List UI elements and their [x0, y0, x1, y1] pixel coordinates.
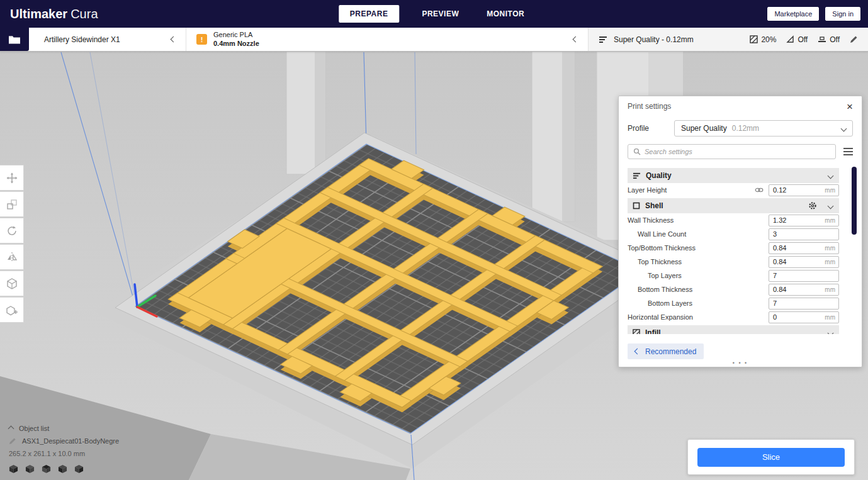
brand-logo: UltimakerCura	[10, 7, 98, 21]
slice-button[interactable]: Slice	[697, 448, 845, 467]
tool-rail	[0, 165, 24, 323]
chevron-down-icon	[828, 330, 834, 334]
setting-row-bottom-layers: Bottom Layers	[628, 296, 839, 310]
signin-button[interactable]: Sign in	[825, 7, 860, 21]
scale-tool-button[interactable]	[0, 191, 24, 217]
printer-selector[interactable]: Artillery Sidewinder X1	[29, 28, 186, 51]
top-layers-input[interactable]	[769, 270, 839, 282]
wall-line-count-input[interactable]	[769, 228, 839, 240]
close-icon[interactable]: ×	[847, 101, 853, 112]
print-settings-panel: Print settings × Profile Super Quality 0…	[618, 96, 862, 367]
search-box	[628, 144, 836, 159]
category-quality[interactable]: Quality	[628, 168, 839, 183]
recommended-mode-button[interactable]: Recommended	[628, 343, 704, 359]
open-file-button[interactable]	[0, 28, 29, 51]
category-label: Infill	[645, 328, 661, 334]
view-front-button[interactable]	[25, 464, 35, 474]
marketplace-button[interactable]: Marketplace	[767, 7, 819, 21]
category-infill[interactable]: Infill	[628, 325, 839, 334]
bottom-thickness-input[interactable]: mm	[769, 284, 839, 296]
material-name: Generic PLA	[213, 31, 259, 40]
setting-row-top-bottom-thickness: Top/Bottom Thickness mm	[628, 241, 839, 255]
link-icon[interactable]	[755, 187, 764, 193]
infill-icon	[633, 329, 640, 334]
support-summary: Off	[786, 35, 808, 44]
view-left-button[interactable]	[58, 464, 67, 474]
profile-row: Profile Super Quality 0.12mm	[619, 116, 862, 139]
object-list-item[interactable]: ASX1_Despiecat01-BodyNegre	[9, 437, 119, 445]
gear-icon[interactable]	[808, 201, 817, 210]
brand-bold: Ultimaker	[10, 7, 67, 21]
wall-thickness-input[interactable]: mm	[769, 215, 839, 226]
chevron-left-icon	[573, 36, 579, 43]
profile-icon	[599, 35, 607, 43]
category-label: Shell	[645, 201, 663, 210]
setting-row-bottom-thickness: Bottom Thickness mm	[628, 282, 839, 296]
chevron-left-icon	[634, 349, 641, 355]
edit-setup-button[interactable]	[850, 35, 858, 43]
mirror-icon	[6, 251, 18, 264]
move-icon	[6, 172, 18, 184]
slice-panel: Slice	[687, 439, 855, 475]
material-warning-icon: !	[196, 34, 207, 45]
setting-row-horizontal-expansion: Horizontal Expansion mm	[628, 310, 839, 324]
view-top-button[interactable]	[42, 464, 51, 474]
mirror-tool-button[interactable]	[0, 244, 24, 270]
material-selector[interactable]: ! Generic PLA 0.4mm Nozzle	[186, 28, 589, 51]
object-list: Object list ASX1_Despiecat01-BodyNegre 2…	[9, 425, 119, 474]
top-thickness-input[interactable]: mm	[769, 256, 839, 268]
horizontal-expansion-input[interactable]: mm	[769, 311, 839, 323]
tab-preview[interactable]: PREVIEW	[408, 5, 473, 23]
model-name: ASX1_Despiecat01-BodyNegre	[22, 437, 119, 445]
view-3d-button[interactable]	[9, 464, 18, 474]
bottom-layers-input[interactable]	[769, 298, 839, 310]
pencil-icon	[9, 437, 16, 445]
tab-monitor[interactable]: MONITOR	[473, 5, 538, 23]
profile-hint: 0.12mm	[732, 124, 759, 133]
per-model-settings-button[interactable]	[0, 271, 24, 296]
setting-row-wall-thickness: Wall Thickness mm	[628, 213, 839, 227]
search-input[interactable]	[645, 148, 830, 155]
setting-row-top-layers: Top Layers	[628, 269, 839, 282]
tab-prepare[interactable]: PREPARE	[339, 5, 400, 23]
chevron-up-icon	[8, 425, 14, 432]
brand-light: Cura	[70, 7, 98, 21]
support-blocker-icon	[6, 304, 18, 316]
print-settings-header: Print settings ×	[619, 96, 862, 116]
support-blocker-button[interactable]	[0, 297, 24, 323]
rotate-tool-button[interactable]	[0, 218, 24, 243]
chevron-left-icon	[171, 36, 177, 43]
top-bottom-thickness-input[interactable]: mm	[769, 242, 839, 254]
stage-tabs: PREPARE PREVIEW MONITOR	[330, 0, 538, 28]
per-model-settings-icon	[6, 277, 18, 290]
settings-menu-icon[interactable]	[843, 148, 853, 155]
settings-scrollbar[interactable]	[852, 167, 857, 235]
header-actions: Marketplace Sign in	[767, 7, 860, 21]
nozzle-size: 0.4mm Nozzle	[213, 40, 259, 48]
print-setup-summary[interactable]: Super Quality - 0.12mm 20% Off Off	[589, 28, 868, 51]
shell-icon	[633, 202, 640, 209]
configuration-bar: Artillery Sidewinder X1 ! Generic PLA 0.…	[0, 28, 868, 52]
setting-row-top-thickness: Top Thickness mm	[628, 255, 839, 269]
quality-icon	[633, 172, 641, 179]
profile-value: Super Quality	[681, 124, 727, 133]
folder-icon	[8, 35, 21, 45]
panel-title: Print settings	[628, 102, 671, 111]
chevron-down-icon	[828, 172, 834, 179]
setting-row-layer-height: Layer Height mm	[628, 183, 839, 197]
profile-dropdown[interactable]: Super Quality 0.12mm	[674, 120, 853, 137]
profile-label: Profile	[628, 124, 670, 133]
profile-summary: Super Quality - 0.12mm	[614, 35, 694, 44]
printer-name: Artillery Sidewinder X1	[44, 35, 120, 44]
object-list-toggle[interactable]: Object list	[9, 425, 119, 432]
infill-icon	[750, 35, 758, 43]
panel-resize-handle[interactable]: • • •	[733, 360, 748, 366]
search-icon	[633, 148, 641, 155]
layer-height-input[interactable]: mm	[769, 184, 839, 196]
infill-summary: 20%	[750, 35, 776, 44]
camera-view-buttons	[9, 464, 119, 474]
scale-icon	[6, 198, 18, 211]
view-right-button[interactable]	[74, 464, 84, 474]
move-tool-button[interactable]	[0, 165, 24, 191]
category-shell[interactable]: Shell	[628, 198, 839, 213]
